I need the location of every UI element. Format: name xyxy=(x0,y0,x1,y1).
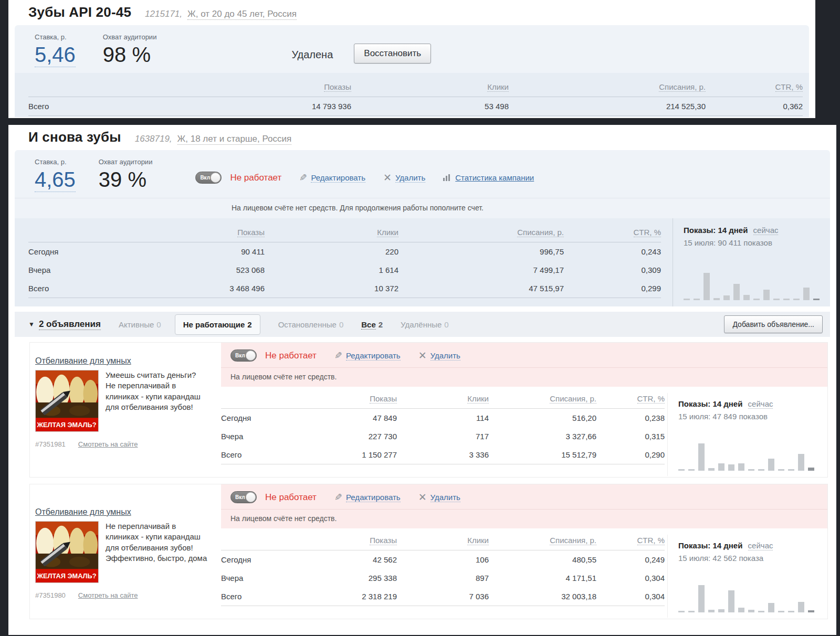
table-header-row: Показы Клики Списания, р. CTR, % xyxy=(221,534,665,550)
tab-active-ads[interactable]: Активные0 xyxy=(119,320,161,329)
chart-bar xyxy=(778,469,784,471)
chart-bar xyxy=(738,463,744,471)
chart-bar xyxy=(718,609,724,612)
reach-label: Охват аудитории xyxy=(103,33,157,41)
chart-bar xyxy=(778,611,784,612)
tab-not-working-ads[interactable]: Не работающие2 xyxy=(175,314,260,335)
col-ctr[interactable]: CTR, % xyxy=(596,392,665,409)
chart-bar xyxy=(758,611,764,612)
ad-title-link[interactable]: Отбеливание для умных xyxy=(35,507,131,517)
reach-label: Охват аудитории xyxy=(99,158,153,166)
tab-deleted-ads[interactable]: Удалённые0 xyxy=(401,320,449,329)
chart-caption: 15 июля: 42 562 показа xyxy=(678,554,815,563)
table-row-today: Сегодня 90 411 220 996,75 0,243 xyxy=(28,242,661,261)
campaign2-impressions-chart-panel: Показы: 14 дней сейчас 15 июля: 90 411 п… xyxy=(673,218,830,306)
chart-now-link[interactable]: сейчас xyxy=(753,226,779,235)
chart-bar xyxy=(698,443,705,471)
close-icon: ✕ xyxy=(383,172,392,184)
col-clicks[interactable]: Клики xyxy=(265,226,398,242)
table-row-total: Всего 2 318 219 7 036 32 003,18 0,304 xyxy=(221,587,665,606)
table-row-total: Всего 1 150 277 3 336 15 512,79 0,290 xyxy=(221,446,665,464)
toggle-knob xyxy=(246,492,256,502)
col-impressions[interactable]: Показы xyxy=(196,80,351,97)
campaign1-reach: Охват аудитории 98 % xyxy=(103,33,157,66)
ads-list: Отбеливание для умных xyxy=(8,337,836,619)
chart-title: Показы: xyxy=(678,541,710,550)
tab-all-ads[interactable]: Все2 xyxy=(361,320,383,329)
chart-bar xyxy=(813,299,820,300)
table-row-yesterday: Вчера 523 068 1 614 7 499,17 0,309 xyxy=(28,261,661,279)
campaign1-bid: Ставка, р. 5,46 xyxy=(35,33,76,66)
col-clicks[interactable]: Клики xyxy=(351,80,509,97)
chart-bar xyxy=(788,611,794,612)
ad-on-off-toggle[interactable]: Вкл xyxy=(230,349,257,362)
chart-bar xyxy=(728,590,734,612)
chart-bar xyxy=(798,454,804,471)
col-clicks[interactable]: Клики xyxy=(397,392,489,409)
table-row-yesterday: Вчера 295 338 897 4 171,51 0,304 xyxy=(221,569,665,587)
campaign-on-off-toggle[interactable]: Вкл xyxy=(195,172,222,184)
ad-stats-table: Показы Клики Списания, р. CTR, % Сегодня… xyxy=(221,534,665,606)
ad-title-link[interactable]: Отбеливание для умных xyxy=(35,356,131,366)
ad-image-caption: ЖЕЛТАЯ ЭМАЛЬ? xyxy=(37,572,97,580)
tab-stopped-ads[interactable]: Остановленные0 xyxy=(278,320,344,329)
chart-bar xyxy=(793,299,800,300)
table-header-row: Показы Клики Списания, р. CTR, % xyxy=(221,392,665,409)
delete-ad-link[interactable]: Удалить xyxy=(430,351,460,361)
pencil-icon: ✎ xyxy=(334,492,342,503)
ad-status-box: Вкл Не работает ✎ Редактировать ✕ Удалит… xyxy=(221,343,827,387)
edit-campaign-link[interactable]: Редактировать xyxy=(311,173,365,183)
toggle-knob xyxy=(211,173,220,183)
view-on-site-link[interactable]: Смотреть на сайте xyxy=(78,591,138,599)
campaign2-stats-table: Показы Клики Списания, р. CTR, % Сегодня… xyxy=(28,226,661,298)
campaign2-status: Не работает xyxy=(230,173,281,183)
col-ctr[interactable]: CTR, % xyxy=(706,80,803,97)
col-impressions[interactable]: Показы xyxy=(146,226,265,242)
ad-stats-table: Показы Клики Списания, р. CTR, % Сегодня… xyxy=(221,392,665,464)
chart-bar xyxy=(688,469,695,471)
chart-now-link[interactable]: сейчас xyxy=(748,399,773,409)
edit-ad-link[interactable]: Редактировать xyxy=(346,493,401,502)
col-clicks[interactable]: Клики xyxy=(397,534,489,550)
bid-value[interactable]: 5,46 xyxy=(35,43,76,67)
ad-description: Не переплачивай в клиниках - купи каранд… xyxy=(106,521,208,583)
campaign1-id: 1215171, xyxy=(145,9,182,19)
chart-bar xyxy=(773,299,780,300)
campaign2-targeting-link[interactable]: Ж, 18 лет и старше, Россия xyxy=(177,134,292,145)
ad-status: Не работает xyxy=(265,351,317,361)
campaign1-title[interactable]: Зубы API 20-45 xyxy=(28,4,131,20)
campaign2-title[interactable]: И снова зубы xyxy=(28,129,121,145)
chart-bar xyxy=(678,611,685,612)
col-ctr[interactable]: CTR, % xyxy=(596,534,665,550)
col-ctr[interactable]: CTR, % xyxy=(564,226,661,242)
reach-value: 39 % xyxy=(99,168,153,190)
bid-value[interactable]: 4,65 xyxy=(35,168,76,192)
restore-button[interactable]: Восстановить xyxy=(354,44,431,63)
ad-impressions-chart-panel: Показы: 14 дней сейчас 15 июля: 47 849 п… xyxy=(667,393,827,476)
ad-on-off-toggle[interactable]: Вкл xyxy=(230,491,257,503)
chart-bar xyxy=(704,273,710,300)
campaign1-targeting-link[interactable]: Ж, от 20 до 45 лет, Россия xyxy=(187,9,297,20)
chart-bar xyxy=(803,288,810,300)
ad-item-7351980: Отбеливание для умных xyxy=(29,484,828,619)
campaign2-bid: Ставка, р. 4,65 xyxy=(35,158,76,190)
campaign-statistics-link[interactable]: Статистика кампании xyxy=(455,173,534,182)
ads-counter-toggle[interactable]: ▼ 2 объявления xyxy=(28,319,101,330)
chart-now-link[interactable]: сейчас xyxy=(748,541,773,550)
chart-bar xyxy=(708,610,715,612)
col-impressions[interactable]: Показы xyxy=(300,534,397,550)
campaign-card-zuby-api: Зубы API 20-45 1215171, Ж, от 20 до 45 л… xyxy=(8,0,815,118)
chart-bar xyxy=(678,469,685,471)
col-spend[interactable]: Списания, р. xyxy=(489,534,596,550)
delete-ad-link[interactable]: Удалить xyxy=(430,493,460,502)
ad-details: Вкл Не работает ✎ Редактировать ✕ Удалит… xyxy=(221,484,827,619)
view-on-site-link[interactable]: Смотреть на сайте xyxy=(78,440,138,448)
chart-bar xyxy=(723,295,730,300)
delete-campaign-link[interactable]: Удалить xyxy=(395,173,425,183)
col-spend[interactable]: Списания, р. xyxy=(398,226,564,242)
col-spend[interactable]: Списания, р. xyxy=(489,392,596,409)
edit-ad-link[interactable]: Редактировать xyxy=(346,351,401,361)
col-spend[interactable]: Списания, р. xyxy=(509,80,706,97)
col-impressions[interactable]: Показы xyxy=(300,392,397,409)
add-ad-button[interactable]: Добавить объявление... xyxy=(724,315,823,333)
